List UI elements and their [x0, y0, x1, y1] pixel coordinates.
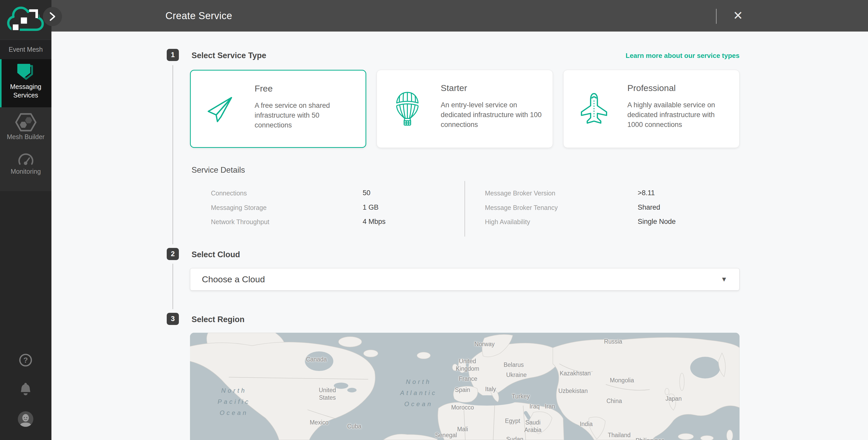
map-ocean-label: North Atlantic Ocean — [400, 376, 437, 409]
service-type-description: A free service on shared infrastructure … — [255, 100, 357, 130]
sidebar-item-messaging-services[interactable]: Messaging Services — [0, 59, 52, 107]
airplane-icon — [580, 92, 609, 126]
service-type-name: Professional — [627, 83, 676, 93]
user-avatar-icon — [18, 411, 34, 427]
service-type-description: An entry-level service on dedicated infr… — [441, 100, 543, 129]
cloud-select-placeholder: Choose a Cloud — [202, 268, 265, 290]
step-3-badge: 3 — [167, 313, 179, 325]
detail-label: Connections — [211, 189, 247, 197]
map-country-label: Canada — [306, 355, 327, 363]
sidebar-item-monitoring[interactable]: Monitoring — [0, 151, 52, 185]
map-country-label: Mali — [457, 426, 468, 433]
sidebar-expand-button[interactable] — [43, 7, 62, 26]
map-country-label: Ukraine — [506, 371, 527, 379]
detail-label: Messaging Storage — [211, 204, 267, 212]
map-country-label: Cuba — [347, 422, 361, 430]
sidebar-item-event-mesh[interactable]: Event Mesh — [0, 40, 52, 59]
map-country-label: Philippines — [636, 437, 664, 440]
service-type-card-starter[interactable]: Starter An entry-level service on dedica… — [377, 70, 553, 148]
map-country-label: Sudan — [506, 435, 523, 440]
map-country-label: Thailand — [608, 431, 630, 439]
service-type-cards: Free A free service on shared infrastruc… — [190, 70, 740, 148]
map-country-label: Uzbekistan — [558, 387, 588, 395]
hot-air-balloon-icon — [395, 88, 420, 129]
map-country-label: Saudi Arabia — [524, 419, 541, 434]
sidebar-item-label: Monitoring — [0, 168, 52, 175]
step-1-badge: 1 — [167, 49, 179, 61]
help-button[interactable]: ? — [19, 353, 33, 367]
dropdown-arrow-icon: ▼ — [721, 268, 727, 290]
map-country-label: Japan — [665, 395, 682, 402]
svg-text:?: ? — [23, 356, 28, 364]
modal-header: Create Service ✕ — [52, 0, 868, 32]
create-service-page: Event Mesh Messaging Services Mesh Build… — [0, 0, 868, 440]
bell-icon — [19, 382, 32, 396]
map-country-label: Spain — [455, 386, 470, 394]
step-2-title: Select Cloud — [191, 250, 240, 259]
step-2-badge: 2 — [167, 248, 179, 260]
service-details-title: Service Details — [191, 165, 245, 175]
map-country-label: Kazakhstan — [560, 370, 591, 377]
service-type-name: Free — [255, 84, 273, 94]
gauge-icon — [18, 151, 34, 166]
step-connector — [173, 264, 173, 309]
sidebar-item-label: Event Mesh — [8, 46, 43, 53]
solace-cloud-logo-icon — [6, 5, 45, 35]
sidebar-item-label: Mesh Builder — [0, 133, 52, 140]
close-button[interactable]: ✕ — [729, 6, 747, 25]
map-ocean-label: North Pacific Ocean — [218, 385, 250, 418]
hexagon-mesh-icon — [15, 112, 36, 133]
map-country-label: Italy — [485, 385, 496, 393]
map-country-label: Turkey — [512, 393, 530, 400]
map-country-label: Senegal — [435, 431, 457, 439]
map-country-label: Belarus — [503, 361, 524, 369]
sidebar-nav-group: Mesh Builder Monitoring — [0, 107, 52, 191]
map-country-label: Norway — [474, 340, 495, 348]
cloud-select-dropdown[interactable]: Choose a Cloud ▼ — [190, 268, 740, 290]
map-country-label: France — [459, 375, 477, 383]
paper-plane-icon — [205, 94, 236, 124]
map-country-label: Morocco — [451, 404, 474, 411]
detail-value: 1 GB — [363, 203, 379, 212]
map-country-label: Iraq — [529, 403, 540, 410]
sidebar-item-label: Messaging Services — [0, 83, 52, 99]
header-divider — [716, 9, 716, 24]
map-country-label: Mongolia — [610, 376, 634, 384]
detail-value: Shared — [638, 203, 660, 212]
page-title: Create Service — [165, 0, 232, 32]
map-country-label: Iran — [545, 403, 555, 410]
service-type-card-free[interactable]: Free A free service on shared infrastruc… — [190, 70, 366, 148]
learn-more-link[interactable]: Learn more about our service types — [625, 52, 740, 60]
shield-icon — [17, 64, 35, 82]
map-country-label: United Kingdom — [456, 357, 479, 373]
detail-value: Single Node — [638, 218, 676, 226]
detail-label: Message Broker Version — [485, 189, 555, 197]
map-country-label: China — [607, 397, 622, 405]
map-country-label: Egypt — [505, 417, 520, 425]
sidebar-item-mesh-builder[interactable]: Mesh Builder — [0, 112, 52, 146]
map-country-label: Mexico — [310, 418, 329, 426]
user-avatar[interactable] — [18, 411, 34, 427]
step-3-title: Select Region — [191, 315, 245, 324]
detail-label: Message Broker Tenancy — [485, 204, 558, 212]
notifications-button[interactable] — [19, 382, 32, 396]
close-icon: ✕ — [733, 9, 743, 22]
help-icon: ? — [19, 353, 33, 367]
service-type-name: Starter — [441, 83, 467, 93]
detail-value: 50 — [363, 189, 370, 197]
map-country-label: United States — [319, 386, 336, 402]
details-divider — [465, 181, 465, 237]
service-type-description: A highly available service on dedicated … — [627, 100, 730, 129]
detail-label: High Availability — [485, 218, 530, 226]
service-type-card-professional[interactable]: Professional A highly available service … — [563, 70, 740, 148]
detail-value: 4 Mbps — [363, 218, 386, 226]
detail-label: Network Throughput — [211, 218, 269, 226]
map-country-label: India — [580, 420, 593, 428]
chevron-right-icon — [47, 11, 58, 22]
detail-value: >8.11 — [638, 189, 655, 197]
step-connector — [173, 65, 173, 244]
map-country-label: Russia — [604, 338, 622, 345]
region-map[interactable]: RussiaCanadaNorwayUnited KingdomBelarusU… — [190, 333, 740, 440]
step-1-title: Select Service Type — [191, 51, 266, 60]
sidebar: Event Mesh Messaging Services Mesh Build… — [0, 0, 52, 440]
